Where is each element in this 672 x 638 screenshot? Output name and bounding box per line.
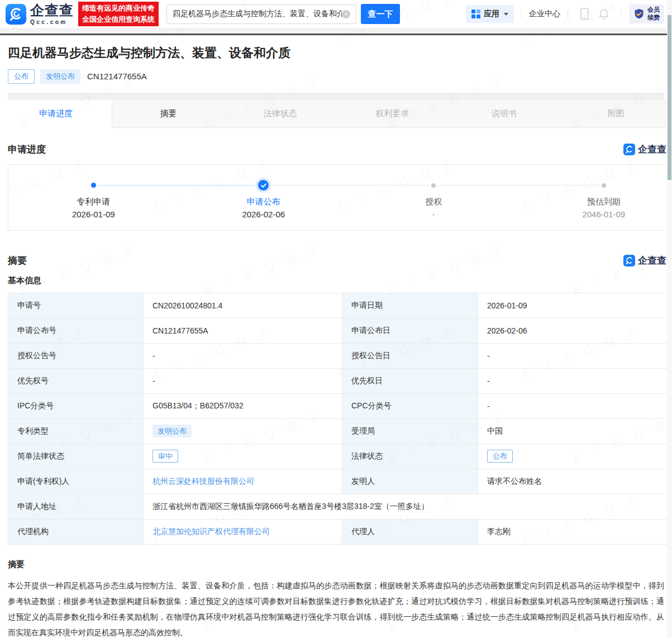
page-title: 四足机器马步态生成与控制方法、装置、设备和介质 bbox=[8, 45, 664, 61]
apps-grid-icon bbox=[471, 9, 480, 18]
qcc-watermark-label: 企查查 bbox=[638, 143, 666, 156]
status-badge: 公布 bbox=[8, 69, 35, 84]
table-row: 优先权号 - 优先权日 - bbox=[8, 368, 672, 393]
field-value: CN202610024801.4 bbox=[144, 293, 342, 318]
field-value: 2026-01-09 bbox=[478, 293, 672, 318]
chevron-down-icon bbox=[504, 13, 508, 16]
brand-domain: Qcc.com bbox=[30, 19, 74, 25]
field-label: 申请公布号 bbox=[8, 318, 144, 343]
member-line-1: 会员 bbox=[647, 6, 660, 14]
field-value: 2026-02-06 bbox=[478, 318, 672, 343]
field-value: 中国 bbox=[478, 418, 672, 444]
field-value: G05B13/04；B62D57/032 bbox=[144, 393, 342, 418]
tab-application-progress[interactable]: 申请进度 bbox=[0, 100, 112, 128]
apps-menu-button[interactable]: 应用 bbox=[466, 5, 514, 23]
applicant-company-link[interactable]: 杭州云深处科技股份有限公司 bbox=[152, 477, 254, 485]
simple-legal-status-badge: 审中 bbox=[152, 450, 178, 463]
agency-company-link[interactable]: 北京慧加伦知识产权代理有限公司 bbox=[152, 527, 270, 536]
field-label: CPC分类号 bbox=[342, 393, 478, 418]
table-row: 申请号 CN202610024801.4 申请日期 2026-01-09 bbox=[8, 293, 672, 318]
summary-section-head: 摘要 企查查 bbox=[8, 254, 664, 267]
enterprise-center-link[interactable]: 企业中心 bbox=[529, 9, 560, 19]
timeline-step-label: 申请公布 bbox=[179, 197, 349, 207]
timeline-step-expiry: 预估到期 2046-01-09 bbox=[519, 180, 672, 219]
timeline-step-grant: 授权 - bbox=[349, 180, 519, 219]
search-button[interactable]: 查一下 bbox=[361, 4, 400, 24]
timeline-marker-row bbox=[519, 180, 672, 191]
field-value: 请求不公布姓名 bbox=[478, 469, 672, 494]
field-label: 发明人 bbox=[342, 469, 478, 494]
search-value: 四足机器马步态生成与控制方法、装置、设备和介质 bbox=[173, 9, 342, 19]
main-content: 申请进度 企查查 专利申请 2026-01-09 bbox=[0, 143, 672, 638]
progress-section-title: 申请进度 bbox=[8, 143, 46, 156]
tab-drawings[interactable]: 附图 bbox=[560, 100, 672, 128]
field-label: 简单法律状态 bbox=[8, 444, 144, 469]
field-label: 法律状态 bbox=[342, 444, 478, 469]
qcc-watermark-icon bbox=[623, 144, 635, 155]
tab-abstract[interactable]: 摘要 bbox=[112, 100, 224, 128]
section-gap bbox=[8, 93, 664, 100]
qcc-watermark: 企查查 bbox=[623, 143, 666, 156]
timeline-step-publication: 申请公布 2026-02-06 bbox=[179, 180, 349, 219]
field-label: 申请人地址 bbox=[8, 494, 144, 519]
divider bbox=[568, 9, 568, 18]
field-value: 发明公布 bbox=[144, 418, 342, 444]
brand-name: 企查查 bbox=[30, 3, 74, 17]
field-value: 李志刚 bbox=[478, 519, 672, 544]
notification-bell-icon[interactable] bbox=[599, 8, 609, 20]
tab-description[interactable]: 说明书 bbox=[448, 100, 560, 128]
clear-icon[interactable]: × bbox=[342, 10, 350, 18]
divider bbox=[521, 9, 522, 18]
field-label: 代理人 bbox=[342, 519, 478, 544]
timeline-step-label: 专利申请 bbox=[8, 197, 179, 207]
header-nav: 应用 企业中心 会员 续费 bbox=[466, 4, 664, 23]
tab-bar: 申请进度 摘要 法律状态 权利要求 说明书 附图 bbox=[0, 100, 672, 128]
member-renew-button[interactable]: 会员 续费 bbox=[629, 4, 664, 23]
site-header: 企查查 Qcc.com 缔造有远见的商业传奇 全国企业信用查询系统 四足机器马步… bbox=[0, 0, 672, 28]
publication-number: CN121477655A bbox=[87, 72, 147, 81]
timeline-step-date: 2026-01-09 bbox=[8, 210, 179, 219]
field-label: 授权公告号 bbox=[8, 343, 144, 368]
field-value: - bbox=[144, 343, 342, 368]
scrollbar-thumb[interactable] bbox=[668, 15, 671, 180]
patent-type-badge: 发明公布 bbox=[152, 425, 192, 437]
field-label: 代理机构 bbox=[8, 519, 144, 544]
timeline-step-date: 2026-02-06 bbox=[179, 210, 349, 219]
legal-status-badge: 公布 bbox=[487, 450, 513, 463]
search-input[interactable]: 四足机器马步态生成与控制方法、装置、设备和介质 × bbox=[166, 4, 356, 24]
field-value: 审中 bbox=[144, 444, 342, 469]
timeline-step-date: 2046-01-09 bbox=[519, 210, 672, 219]
field-label: 申请公布日 bbox=[342, 318, 478, 343]
qcc-watermark-icon bbox=[623, 255, 635, 266]
timeline-step-label: 授权 bbox=[349, 197, 519, 207]
slogan-line-1: 缔造有远见的商业传奇 bbox=[82, 3, 155, 14]
slogan-line-2: 全国企业信用查询系统 bbox=[82, 14, 155, 25]
patent-header: 四足机器马步态生成与控制方法、装置、设备和介质 公布 发明公布 CN121477… bbox=[0, 35, 672, 100]
table-row: 简单法律状态 审中 法律状态 公布 bbox=[8, 444, 672, 469]
field-value: - bbox=[144, 368, 342, 393]
abstract-title: 摘要 bbox=[8, 559, 664, 570]
timeline: 专利申请 2026-01-09 申请公布 2026-02-06 授权 - bbox=[8, 164, 672, 231]
qcc-logo[interactable]: 企查查 Qcc.com bbox=[6, 3, 74, 25]
timeline-marker-row bbox=[8, 180, 179, 191]
apps-label: 应用 bbox=[484, 9, 499, 19]
tab-claims[interactable]: 权利要求 bbox=[336, 100, 448, 128]
summary-section-title: 摘要 bbox=[8, 254, 27, 267]
brand-slogan: 缔造有远见的商业传奇 全国企业信用查询系统 bbox=[78, 2, 159, 26]
table-row: 授权公告号 - 授权公告日 - bbox=[8, 343, 672, 368]
field-value: 北京慧加伦知识产权代理有限公司 bbox=[144, 519, 342, 544]
table-row: 专利类型 发明公布 受理局 中国 bbox=[8, 418, 672, 444]
field-label: 授权公告日 bbox=[342, 343, 478, 368]
field-value: 杭州云深处科技股份有限公司 bbox=[144, 469, 342, 494]
basic-info-title: 基本信息 bbox=[8, 275, 664, 286]
field-value: - bbox=[478, 368, 672, 393]
timeline-step-date: - bbox=[349, 210, 519, 219]
tab-legal-status[interactable]: 法律状态 bbox=[225, 100, 336, 128]
timeline-marker-row bbox=[349, 180, 519, 191]
scrollbar[interactable] bbox=[667, 0, 672, 638]
table-row: IPC分类号 G05B13/04；B62D57/032 CPC分类号 - bbox=[8, 393, 672, 418]
gray-dot-icon bbox=[431, 183, 436, 188]
mobile-app-icon[interactable] bbox=[580, 8, 589, 20]
type-badge: 发明公布 bbox=[40, 69, 80, 84]
search-bar: 四足机器马步态生成与控制方法、装置、设备和介质 × 查一下 bbox=[166, 4, 400, 24]
